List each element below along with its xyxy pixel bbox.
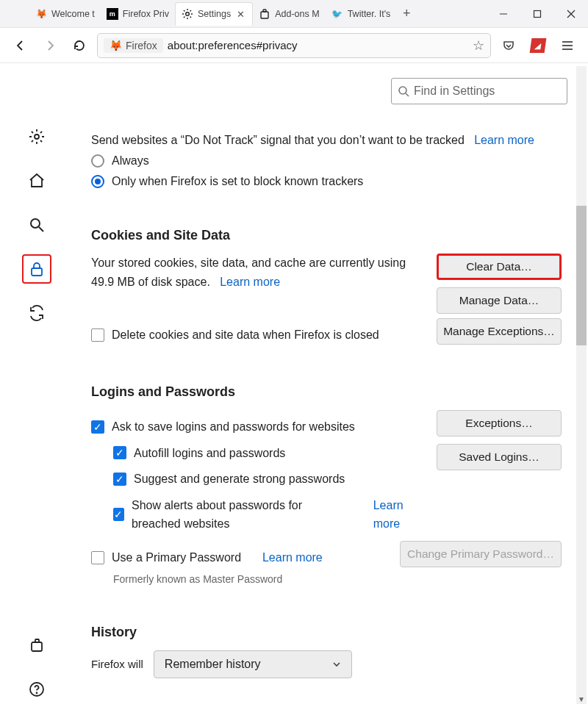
forward-button[interactable]	[38, 34, 62, 57]
tab-welcome[interactable]: 🦊 Welcome t	[29, 2, 101, 26]
cookies-learn-more-link[interactable]: Learn more	[220, 276, 280, 288]
suggest-passwords-checkbox[interactable]: ✓	[113, 473, 126, 486]
window-maximize[interactable]	[520, 3, 554, 25]
svg-point-11	[31, 219, 40, 228]
bookmark-star-icon[interactable]: ☆	[473, 37, 484, 54]
ask-save-logins-label: Ask to save logins and passwords for web…	[112, 417, 355, 437]
identity-label: Firefox	[126, 40, 157, 51]
svg-rect-14	[32, 642, 42, 651]
tab-settings[interactable]: Settings ✕	[175, 2, 253, 26]
sidebar-general[interactable]	[22, 122, 51, 151]
app-menu-button[interactable]	[556, 34, 579, 57]
dnt-only-radio[interactable]	[91, 175, 104, 188]
svg-point-0	[186, 12, 190, 16]
cookies-heading: Cookies and Site Data	[91, 228, 562, 243]
identity-box[interactable]: 🦊 Firefox	[104, 38, 163, 53]
saved-logins-button[interactable]: Saved Logins…	[437, 444, 562, 470]
tab-label: Twitter. It's	[348, 9, 391, 19]
gear-icon	[182, 8, 193, 20]
settings-sidebar	[0, 63, 74, 704]
breach-alerts-checkbox[interactable]: ✓	[113, 508, 124, 521]
history-mode-value: Remember history	[165, 658, 261, 671]
window-controls	[487, 3, 588, 25]
search-placeholder: Find in Settings	[414, 85, 495, 98]
svg-rect-2	[263, 10, 266, 12]
mozilla-icon: m	[107, 8, 118, 20]
svg-point-18	[399, 87, 406, 94]
adblock-icon[interactable]: ◢	[526, 34, 550, 57]
manage-data-button[interactable]: Manage Data…	[437, 287, 562, 314]
dnt-always-label: Always	[112, 154, 149, 168]
firefox-icon: 🦊	[110, 40, 122, 51]
breach-learn-more-link[interactable]: Learn more	[373, 496, 422, 534]
url-input[interactable]	[168, 39, 468, 51]
tab-label: Settings	[198, 9, 231, 19]
new-tab-button[interactable]: +	[396, 4, 417, 24]
primary-password-label: Use a Primary Password	[112, 548, 241, 567]
tab-twitter[interactable]: 🐦 Twitter. It's	[326, 2, 397, 26]
tab-firefox-privacy[interactable]: m Firefox Priv	[101, 2, 175, 26]
autofill-label: Autofill logins and passwords	[134, 444, 285, 463]
history-mode-select[interactable]: Remember history	[154, 650, 352, 678]
sidebar-sync[interactable]	[22, 298, 51, 328]
svg-line-12	[39, 227, 43, 231]
reload-button[interactable]	[68, 34, 91, 57]
twitter-icon: 🐦	[331, 8, 343, 20]
dnt-text: Send websites a “Do Not Track” signal th…	[91, 134, 465, 146]
manage-exceptions-button[interactable]: Manage Exceptions…	[437, 318, 562, 345]
back-button[interactable]	[9, 34, 32, 57]
sidebar-search[interactable]	[22, 210, 51, 240]
tab-addons[interactable]: Add-ons M	[253, 2, 325, 26]
ask-save-logins-checkbox[interactable]: ✓	[91, 420, 104, 434]
tab-strip: 🦊 Welcome t m Firefox Priv Settings ✕ Ad…	[0, 0, 588, 28]
chevron-down-icon	[332, 660, 341, 669]
delete-cookies-label: Delete cookies and site data when Firefo…	[112, 326, 379, 345]
dnt-always-radio[interactable]	[91, 154, 104, 168]
formerly-master-password: Formerly known as Master Password	[113, 573, 562, 585]
svg-rect-13	[32, 268, 42, 276]
puzzle-icon	[259, 8, 270, 20]
suggest-passwords-label: Suggest and generate strong passwords	[134, 470, 345, 489]
pocket-icon[interactable]	[497, 34, 520, 57]
sidebar-privacy[interactable]	[22, 254, 51, 284]
search-icon	[398, 85, 409, 97]
find-in-settings[interactable]: Find in Settings	[391, 78, 567, 104]
svg-rect-15	[35, 639, 39, 642]
history-will-label: Firefox will	[91, 658, 143, 670]
svg-line-19	[406, 93, 409, 96]
primary-password-checkbox[interactable]	[91, 551, 104, 564]
sidebar-help[interactable]	[22, 675, 51, 704]
change-primary-password-button[interactable]: Change Primary Password…	[400, 541, 562, 567]
login-exceptions-button[interactable]: Exceptions…	[437, 410, 562, 437]
dnt-only-label: Only when Firefox is set to block known …	[112, 175, 363, 188]
tab-label: Add-ons M	[275, 9, 319, 19]
sidebar-extensions[interactable]	[22, 631, 51, 660]
dnt-learn-more-link[interactable]: Learn more	[474, 134, 534, 146]
tab-label: Firefox Priv	[123, 9, 169, 19]
firefox-icon: 🦊	[35, 8, 47, 20]
svg-point-10	[35, 134, 39, 139]
address-bar[interactable]: 🦊 Firefox ☆	[97, 33, 491, 58]
svg-rect-1	[261, 12, 268, 18]
tab-label: Welcome t	[51, 9, 95, 19]
history-heading: History	[91, 625, 562, 640]
autofill-checkbox[interactable]: ✓	[113, 446, 126, 459]
close-icon[interactable]: ✕	[235, 9, 246, 20]
logins-heading: Logins and Passwords	[91, 384, 562, 400]
settings-main: Find in Settings Send websites a “Do Not…	[74, 63, 588, 704]
svg-rect-4	[534, 10, 541, 17]
breach-alerts-label: Show alerts about passwords for breached…	[132, 496, 352, 534]
primary-learn-more-link[interactable]: Learn more	[262, 548, 323, 567]
delete-cookies-checkbox[interactable]	[91, 328, 104, 342]
window-close[interactable]	[554, 3, 588, 25]
clear-data-button[interactable]: Clear Data…	[437, 254, 562, 280]
svg-point-17	[37, 693, 37, 694]
window-minimize[interactable]	[487, 3, 520, 25]
navigation-toolbar: 🦊 Firefox ☆ ◢	[0, 28, 588, 63]
sidebar-home[interactable]	[22, 166, 51, 195]
